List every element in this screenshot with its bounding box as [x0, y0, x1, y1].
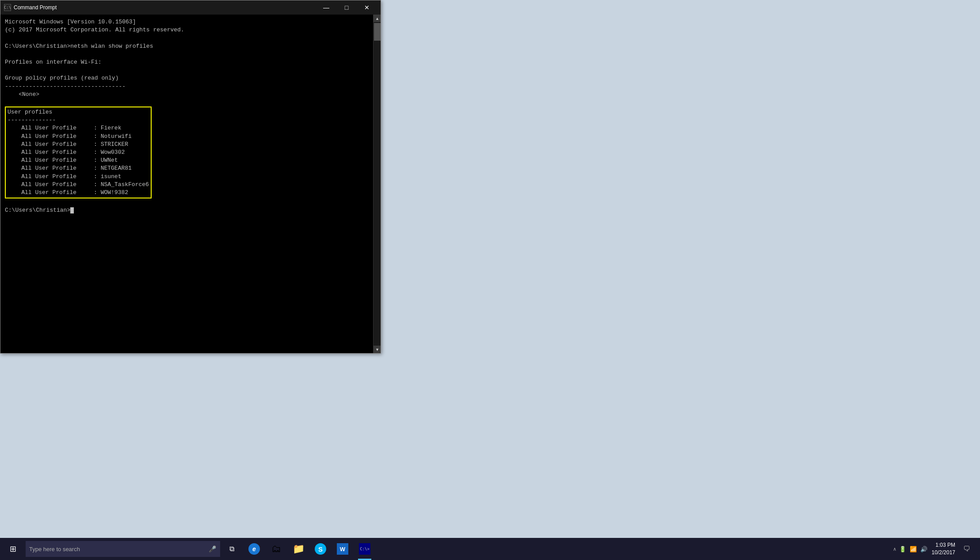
cmd-window-icon: C:\	[4, 4, 11, 11]
scrollbar-down-arrow[interactable]: ▼	[374, 346, 381, 353]
search-placeholder-text: Type here to search	[29, 546, 208, 552]
terminal-line-3	[5, 34, 369, 42]
terminal-line-4: C:\Users\Christian>netsh wlan show profi…	[5, 42, 369, 50]
profile-7: All User Profile : isunet	[8, 173, 149, 181]
scrollbar-up-arrow[interactable]: ▲	[374, 15, 381, 22]
notification-icon: 🗨	[963, 545, 970, 553]
terminal-line-1: Microsoft Windows [Version 10.0.15063]	[5, 18, 369, 26]
clock-time: 1:03 PM	[932, 541, 955, 549]
terminal-line-7	[5, 66, 369, 74]
desktop: C:\ Command Prompt — □ ✕ Microsoft Windo…	[0, 0, 980, 560]
wifi-icon[interactable]: 📶	[909, 545, 918, 553]
scrollbar-thumb[interactable]	[374, 23, 381, 41]
scrollbar-track[interactable]	[374, 22, 381, 346]
profile-6: All User Profile : NETGEAR81	[8, 164, 149, 172]
maximize-button[interactable]: □	[336, 0, 357, 15]
start-button[interactable]: ⊞	[2, 538, 24, 560]
ie-icon: e	[248, 543, 260, 555]
skype-icon: S	[315, 543, 326, 555]
profile-1: All User Profile : Fierek	[8, 124, 149, 132]
profile-8: All User Profile : NSA_TaskForce6	[8, 181, 149, 189]
taskbar-search-box[interactable]: Type here to search 🎤	[26, 541, 220, 557]
profile-5: All User Profile : UWNet	[8, 156, 149, 164]
taskbar-app-cmd[interactable]: C:\>	[354, 538, 376, 560]
user-profiles-sep: --------------	[8, 116, 149, 124]
profile-9: All User Profile : WOW!9382	[8, 189, 149, 197]
word-icon: W	[337, 543, 348, 555]
taskbar: ⊞ Type here to search 🎤 ⧉ e 🗂 📁	[0, 538, 980, 560]
terminal-separator-1: -----------------------------------	[5, 83, 369, 91]
cmd-window: C:\ Command Prompt — □ ✕ Microsoft Windo…	[0, 0, 381, 354]
taskbar-app-skype[interactable]: S	[309, 538, 332, 560]
cmd-body: Microsoft Windows [Version 10.0.15063] (…	[0, 15, 381, 353]
terminal-group-policy: Group policy profiles (read only)	[5, 74, 369, 82]
windows-icon: ⊞	[10, 544, 16, 554]
file-explorer-yellow-icon: 🗂	[271, 543, 281, 555]
profile-3: All User Profile : STRICKER	[8, 141, 149, 149]
task-view-icon: ⧉	[229, 545, 234, 553]
minimize-button[interactable]: —	[316, 0, 336, 15]
microphone-icon[interactable]: 🎤	[208, 545, 217, 553]
terminal-blank	[5, 99, 369, 107]
cmd-titlebar: C:\ Command Prompt — □ ✕	[0, 0, 381, 15]
user-profiles-header: User profiles	[8, 108, 149, 116]
taskbar-apps: e 🗂 📁 S W C:\>	[243, 538, 376, 560]
cmd-icon: C:\>	[359, 543, 370, 555]
volume-icon[interactable]: 🔊	[919, 545, 928, 553]
taskbar-app-word[interactable]: W	[332, 538, 354, 560]
close-button[interactable]: ✕	[357, 0, 377, 15]
taskbar-app-file-explorer[interactable]: 📁	[287, 538, 309, 560]
window-controls: — □ ✕	[316, 0, 377, 15]
clock-date: 10/2/2017	[932, 549, 955, 556]
terminal-line-2: (c) 2017 Microsoft Corporation. All righ…	[5, 26, 369, 34]
battery-icon[interactable]: 🔋	[898, 545, 907, 553]
profile-2: All User Profile : Noturwifi	[8, 133, 149, 141]
cmd-window-title: Command Prompt	[14, 4, 316, 11]
profile-4: All User Profile : Wow0302	[8, 149, 149, 156]
file-explorer-icon: 📁	[293, 543, 305, 555]
taskbar-app-ie[interactable]: e	[243, 538, 265, 560]
tray-expand-arrow[interactable]: ∧	[893, 546, 896, 552]
terminal-line-6: Profiles on interface Wi-Fi:	[5, 58, 369, 66]
taskbar-app-file-explorer-yellow[interactable]: 🗂	[265, 538, 287, 560]
notification-center-button[interactable]: 🗨	[959, 538, 975, 560]
system-clock[interactable]: 1:03 PM 10/2/2017	[930, 541, 957, 556]
terminal-prompt: C:\Users\Christian>	[5, 206, 369, 214]
terminal-none: <None>	[5, 91, 369, 99]
terminal-blank-2	[5, 198, 369, 206]
cmd-content[interactable]: Microsoft Windows [Version 10.0.15063] (…	[0, 15, 373, 353]
system-tray: ∧ 🔋 📶 🔊 1:03 PM 10/2/2017 🗨	[893, 538, 978, 560]
task-view-button[interactable]: ⧉	[222, 538, 241, 560]
highlight-box: User profiles -------------- All User Pr…	[5, 107, 152, 198]
cmd-scrollbar[interactable]: ▲ ▼	[373, 15, 381, 353]
terminal-line-5	[5, 50, 369, 58]
